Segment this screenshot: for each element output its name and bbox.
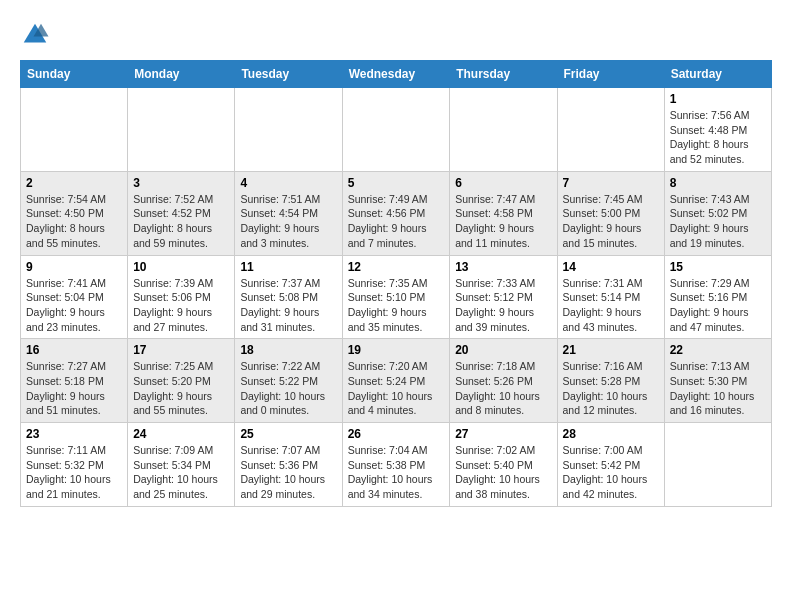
day-number: 5 bbox=[348, 176, 445, 190]
day-info: Sunrise: 7:35 AM Sunset: 5:10 PM Dayligh… bbox=[348, 276, 445, 335]
calendar-week-row: 16Sunrise: 7:27 AM Sunset: 5:18 PM Dayli… bbox=[21, 339, 772, 423]
day-number: 7 bbox=[563, 176, 659, 190]
weekday-header-thursday: Thursday bbox=[450, 61, 557, 88]
weekday-header-row: SundayMondayTuesdayWednesdayThursdayFrid… bbox=[21, 61, 772, 88]
calendar-cell: 5Sunrise: 7:49 AM Sunset: 4:56 PM Daylig… bbox=[342, 171, 450, 255]
calendar-cell: 13Sunrise: 7:33 AM Sunset: 5:12 PM Dayli… bbox=[450, 255, 557, 339]
day-number: 26 bbox=[348, 427, 445, 441]
day-number: 20 bbox=[455, 343, 551, 357]
calendar-cell: 4Sunrise: 7:51 AM Sunset: 4:54 PM Daylig… bbox=[235, 171, 342, 255]
calendar-cell: 26Sunrise: 7:04 AM Sunset: 5:38 PM Dayli… bbox=[342, 423, 450, 507]
calendar-week-row: 23Sunrise: 7:11 AM Sunset: 5:32 PM Dayli… bbox=[21, 423, 772, 507]
calendar-cell bbox=[21, 88, 128, 172]
calendar-cell bbox=[342, 88, 450, 172]
day-info: Sunrise: 7:04 AM Sunset: 5:38 PM Dayligh… bbox=[348, 443, 445, 502]
calendar-cell: 18Sunrise: 7:22 AM Sunset: 5:22 PM Dayli… bbox=[235, 339, 342, 423]
day-info: Sunrise: 7:18 AM Sunset: 5:26 PM Dayligh… bbox=[455, 359, 551, 418]
calendar-cell bbox=[664, 423, 771, 507]
calendar-cell: 25Sunrise: 7:07 AM Sunset: 5:36 PM Dayli… bbox=[235, 423, 342, 507]
day-number: 4 bbox=[240, 176, 336, 190]
calendar-cell: 7Sunrise: 7:45 AM Sunset: 5:00 PM Daylig… bbox=[557, 171, 664, 255]
day-number: 12 bbox=[348, 260, 445, 274]
day-info: Sunrise: 7:27 AM Sunset: 5:18 PM Dayligh… bbox=[26, 359, 122, 418]
weekday-header-wednesday: Wednesday bbox=[342, 61, 450, 88]
day-info: Sunrise: 7:00 AM Sunset: 5:42 PM Dayligh… bbox=[563, 443, 659, 502]
day-number: 14 bbox=[563, 260, 659, 274]
calendar-cell: 16Sunrise: 7:27 AM Sunset: 5:18 PM Dayli… bbox=[21, 339, 128, 423]
calendar-cell: 15Sunrise: 7:29 AM Sunset: 5:16 PM Dayli… bbox=[664, 255, 771, 339]
weekday-header-saturday: Saturday bbox=[664, 61, 771, 88]
day-number: 16 bbox=[26, 343, 122, 357]
weekday-header-monday: Monday bbox=[128, 61, 235, 88]
day-info: Sunrise: 7:39 AM Sunset: 5:06 PM Dayligh… bbox=[133, 276, 229, 335]
day-info: Sunrise: 7:22 AM Sunset: 5:22 PM Dayligh… bbox=[240, 359, 336, 418]
day-info: Sunrise: 7:33 AM Sunset: 5:12 PM Dayligh… bbox=[455, 276, 551, 335]
day-number: 3 bbox=[133, 176, 229, 190]
calendar-cell: 19Sunrise: 7:20 AM Sunset: 5:24 PM Dayli… bbox=[342, 339, 450, 423]
day-info: Sunrise: 7:45 AM Sunset: 5:00 PM Dayligh… bbox=[563, 192, 659, 251]
calendar-week-row: 2Sunrise: 7:54 AM Sunset: 4:50 PM Daylig… bbox=[21, 171, 772, 255]
weekday-header-sunday: Sunday bbox=[21, 61, 128, 88]
day-number: 25 bbox=[240, 427, 336, 441]
day-number: 18 bbox=[240, 343, 336, 357]
day-number: 11 bbox=[240, 260, 336, 274]
day-number: 27 bbox=[455, 427, 551, 441]
day-info: Sunrise: 7:25 AM Sunset: 5:20 PM Dayligh… bbox=[133, 359, 229, 418]
day-number: 2 bbox=[26, 176, 122, 190]
day-number: 15 bbox=[670, 260, 766, 274]
calendar-cell: 2Sunrise: 7:54 AM Sunset: 4:50 PM Daylig… bbox=[21, 171, 128, 255]
day-number: 23 bbox=[26, 427, 122, 441]
calendar-cell: 9Sunrise: 7:41 AM Sunset: 5:04 PM Daylig… bbox=[21, 255, 128, 339]
calendar-cell: 24Sunrise: 7:09 AM Sunset: 5:34 PM Dayli… bbox=[128, 423, 235, 507]
calendar-cell: 23Sunrise: 7:11 AM Sunset: 5:32 PM Dayli… bbox=[21, 423, 128, 507]
logo bbox=[20, 20, 54, 50]
calendar-cell: 14Sunrise: 7:31 AM Sunset: 5:14 PM Dayli… bbox=[557, 255, 664, 339]
day-info: Sunrise: 7:31 AM Sunset: 5:14 PM Dayligh… bbox=[563, 276, 659, 335]
calendar-cell: 12Sunrise: 7:35 AM Sunset: 5:10 PM Dayli… bbox=[342, 255, 450, 339]
day-number: 21 bbox=[563, 343, 659, 357]
day-info: Sunrise: 7:29 AM Sunset: 5:16 PM Dayligh… bbox=[670, 276, 766, 335]
day-info: Sunrise: 7:20 AM Sunset: 5:24 PM Dayligh… bbox=[348, 359, 445, 418]
day-info: Sunrise: 7:49 AM Sunset: 4:56 PM Dayligh… bbox=[348, 192, 445, 251]
day-number: 24 bbox=[133, 427, 229, 441]
day-info: Sunrise: 7:54 AM Sunset: 4:50 PM Dayligh… bbox=[26, 192, 122, 251]
day-info: Sunrise: 7:02 AM Sunset: 5:40 PM Dayligh… bbox=[455, 443, 551, 502]
weekday-header-friday: Friday bbox=[557, 61, 664, 88]
weekday-header-tuesday: Tuesday bbox=[235, 61, 342, 88]
day-info: Sunrise: 7:43 AM Sunset: 5:02 PM Dayligh… bbox=[670, 192, 766, 251]
calendar-cell: 6Sunrise: 7:47 AM Sunset: 4:58 PM Daylig… bbox=[450, 171, 557, 255]
day-number: 13 bbox=[455, 260, 551, 274]
calendar-cell bbox=[450, 88, 557, 172]
page-header bbox=[20, 20, 772, 50]
calendar-cell: 21Sunrise: 7:16 AM Sunset: 5:28 PM Dayli… bbox=[557, 339, 664, 423]
day-number: 8 bbox=[670, 176, 766, 190]
calendar-cell bbox=[235, 88, 342, 172]
day-info: Sunrise: 7:52 AM Sunset: 4:52 PM Dayligh… bbox=[133, 192, 229, 251]
calendar-cell bbox=[557, 88, 664, 172]
day-info: Sunrise: 7:37 AM Sunset: 5:08 PM Dayligh… bbox=[240, 276, 336, 335]
day-info: Sunrise: 7:09 AM Sunset: 5:34 PM Dayligh… bbox=[133, 443, 229, 502]
day-info: Sunrise: 7:16 AM Sunset: 5:28 PM Dayligh… bbox=[563, 359, 659, 418]
day-info: Sunrise: 7:51 AM Sunset: 4:54 PM Dayligh… bbox=[240, 192, 336, 251]
calendar-cell: 8Sunrise: 7:43 AM Sunset: 5:02 PM Daylig… bbox=[664, 171, 771, 255]
calendar-cell: 1Sunrise: 7:56 AM Sunset: 4:48 PM Daylig… bbox=[664, 88, 771, 172]
calendar-cell: 10Sunrise: 7:39 AM Sunset: 5:06 PM Dayli… bbox=[128, 255, 235, 339]
calendar-cell: 17Sunrise: 7:25 AM Sunset: 5:20 PM Dayli… bbox=[128, 339, 235, 423]
day-number: 22 bbox=[670, 343, 766, 357]
calendar-week-row: 9Sunrise: 7:41 AM Sunset: 5:04 PM Daylig… bbox=[21, 255, 772, 339]
calendar-table: SundayMondayTuesdayWednesdayThursdayFrid… bbox=[20, 60, 772, 507]
day-number: 9 bbox=[26, 260, 122, 274]
calendar-cell: 3Sunrise: 7:52 AM Sunset: 4:52 PM Daylig… bbox=[128, 171, 235, 255]
day-info: Sunrise: 7:41 AM Sunset: 5:04 PM Dayligh… bbox=[26, 276, 122, 335]
day-info: Sunrise: 7:56 AM Sunset: 4:48 PM Dayligh… bbox=[670, 108, 766, 167]
calendar-cell: 28Sunrise: 7:00 AM Sunset: 5:42 PM Dayli… bbox=[557, 423, 664, 507]
calendar-cell bbox=[128, 88, 235, 172]
day-number: 10 bbox=[133, 260, 229, 274]
calendar-cell: 20Sunrise: 7:18 AM Sunset: 5:26 PM Dayli… bbox=[450, 339, 557, 423]
calendar-cell: 11Sunrise: 7:37 AM Sunset: 5:08 PM Dayli… bbox=[235, 255, 342, 339]
day-info: Sunrise: 7:07 AM Sunset: 5:36 PM Dayligh… bbox=[240, 443, 336, 502]
day-number: 1 bbox=[670, 92, 766, 106]
calendar-cell: 22Sunrise: 7:13 AM Sunset: 5:30 PM Dayli… bbox=[664, 339, 771, 423]
day-info: Sunrise: 7:47 AM Sunset: 4:58 PM Dayligh… bbox=[455, 192, 551, 251]
logo-icon bbox=[20, 20, 50, 50]
